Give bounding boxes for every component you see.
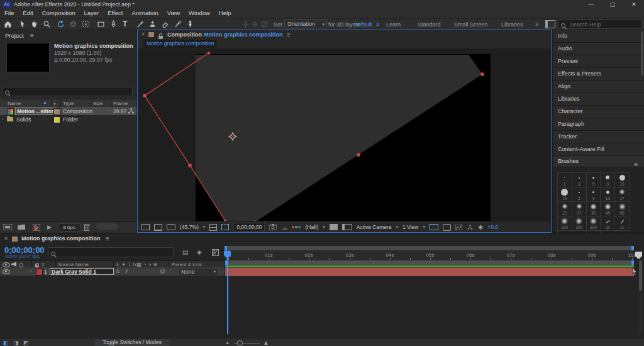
title-action-safe-icon[interactable] <box>430 224 438 230</box>
layer-row[interactable]: › 1 ♙ ∕ @ None ▾ <box>0 267 225 276</box>
interpret-footage-icon[interactable] <box>3 224 12 230</box>
toggle-switches-modes-button[interactable]: Toggle Switches / Modes <box>94 339 170 346</box>
column-size[interactable]: Size <box>93 101 103 106</box>
brush-tool-icon[interactable] <box>136 20 144 28</box>
layer-expander-icon[interactable]: › <box>30 268 32 274</box>
label-color-chip[interactable] <box>53 116 60 123</box>
column-label-icon[interactable]: ⬧ <box>53 101 56 107</box>
panel-close-icon[interactable]: × <box>142 31 145 37</box>
panel-tab-audio[interactable]: Audio <box>553 43 644 55</box>
brush-item[interactable]: 300 <box>587 216 601 231</box>
mask-vertex[interactable] <box>481 73 484 76</box>
rotation-tool-icon[interactable] <box>57 20 65 28</box>
orientation-dropdown[interactable]: Orientation ▾ <box>284 20 327 28</box>
layer-name-input[interactable] <box>50 268 114 275</box>
close-button[interactable]: ✕ <box>626 0 641 9</box>
eraser-tool-icon[interactable] <box>161 20 169 28</box>
mirror-viewer-icon[interactable] <box>167 224 175 230</box>
workspace-learn[interactable]: Learn <box>386 21 401 28</box>
camera-view-value[interactable]: Active Camera <box>357 224 392 230</box>
region-of-interest-icon[interactable] <box>221 224 229 230</box>
timeline-search-input[interactable] <box>60 248 170 257</box>
trash-icon[interactable] <box>84 223 90 231</box>
search-help-input[interactable] <box>569 21 640 28</box>
clone-stamp-tool-icon[interactable] <box>148 20 157 28</box>
menu-effect[interactable]: Effect <box>108 9 123 18</box>
exposure-value[interactable]: +0.0 <box>487 224 498 230</box>
expand-in-out-icon[interactable]: ◩ <box>23 340 29 346</box>
camera-chevron-icon[interactable]: ▾ <box>396 225 399 230</box>
hand-tool-icon[interactable] <box>30 20 38 28</box>
lock-icon[interactable] <box>158 36 163 39</box>
rectangle-tool-icon[interactable] <box>97 20 105 28</box>
brush-item[interactable]: 21 <box>558 202 572 216</box>
viewer-tab[interactable]: Motion graphics composition <box>143 40 216 48</box>
project-row-composition[interactable]: Motion ...sition Composition 29.97 <box>0 107 136 115</box>
playhead-line[interactable] <box>227 251 228 334</box>
time-navigator[interactable] <box>225 246 634 250</box>
resolution-value[interactable]: (Half) <box>305 224 318 230</box>
menu-animation[interactable]: Animation <box>131 9 158 18</box>
flowchart-icon[interactable] <box>467 225 474 230</box>
layer-parent-dropdown[interactable]: None ▾ <box>178 268 218 276</box>
brush-item[interactable]: 5 <box>572 187 587 202</box>
pickwhip-icon[interactable]: @ <box>160 268 165 274</box>
comp-marker-bin-icon[interactable] <box>635 252 642 259</box>
draft-3d-icon[interactable]: ◈ <box>197 248 202 255</box>
brush-item[interactable]: 3 <box>572 173 587 187</box>
new-composition-icon[interactable] <box>33 224 40 231</box>
brush-item[interactable]: 9 <box>587 187 601 202</box>
menu-composition[interactable]: Composition <box>42 9 75 18</box>
resolution-chevron-icon[interactable]: ▾ <box>323 225 325 230</box>
panel-tab-align[interactable]: Align <box>553 81 644 93</box>
panel-tab-tracker[interactable]: Tracker <box>553 131 644 143</box>
project-item-name[interactable]: Motion ...sition <box>15 108 57 115</box>
workspace-default[interactable]: Default <box>354 21 372 28</box>
panel-tab-info[interactable]: Info <box>553 30 644 43</box>
panel-tab-preview[interactable]: Preview <box>553 55 644 68</box>
layer-label-chip[interactable] <box>36 269 43 276</box>
expand-transfer-controls-icon[interactable]: ◨ <box>13 340 19 346</box>
project-row-solids[interactable]: › Solids Folder <box>0 115 136 123</box>
brush-item[interactable]: 13 <box>601 187 615 202</box>
timeline-close-icon[interactable]: × <box>4 235 8 242</box>
viewer-timecode[interactable]: 0;00;00;00 <box>233 223 265 232</box>
timeline-scrollbar[interactable] <box>639 260 642 334</box>
brush-item[interactable]: 11 <box>615 216 630 231</box>
workspace-libraries[interactable]: Libraries <box>501 21 523 28</box>
exposure-histogram-icon[interactable] <box>455 225 462 230</box>
mask-vertex[interactable] <box>224 220 226 221</box>
label-color-chip[interactable] <box>53 108 60 115</box>
mask-vertex[interactable] <box>143 94 147 98</box>
timeline-panel-menu-icon[interactable]: ≡ <box>106 235 109 242</box>
home-icon[interactable] <box>4 20 12 28</box>
graph-editor-icon[interactable] <box>212 249 219 256</box>
workspace-small-screen[interactable]: Small Screen <box>454 21 488 28</box>
brushes-panel-menu-icon[interactable]: ≡ <box>634 159 638 170</box>
brush-item[interactable]: 13 <box>615 173 630 187</box>
brush-item[interactable]: 65 <box>615 202 630 216</box>
brush-item[interactable]: 19 <box>558 187 572 202</box>
expander-icon[interactable]: › <box>2 116 4 122</box>
panel-tab-brushes[interactable]: Brushes ≡ <box>553 156 644 167</box>
mask-vertex[interactable] <box>357 153 360 157</box>
workspace-menu-icon[interactable]: ≡ <box>376 21 379 28</box>
brush-item[interactable]: 17 <box>615 187 630 202</box>
project-panel-menu-icon[interactable]: ≡ <box>30 32 34 39</box>
panel-tab-character[interactable]: Character <box>553 106 644 118</box>
panel-tab-paragraph[interactable]: Paragraph <box>553 118 644 131</box>
brush-item[interactable]: 200 <box>572 216 587 231</box>
transparency-grid-icon[interactable] <box>342 224 352 230</box>
workspace-overflow-icon[interactable]: » <box>535 21 539 28</box>
brush-item[interactable]: 5 <box>587 173 601 187</box>
composition-panel-menu-icon[interactable]: ≡ <box>287 31 291 38</box>
layer-duration-bar[interactable] <box>225 267 634 276</box>
parent-link-column-label[interactable]: Parent & Link <box>172 262 202 267</box>
expand-layer-switches-icon[interactable]: ◧ <box>3 340 9 346</box>
project-search-input[interactable] <box>14 88 130 96</box>
zoom-tool-icon[interactable] <box>43 20 51 28</box>
menu-file[interactable]: File <box>4 9 14 18</box>
view-layout-value[interactable]: 1 View <box>402 224 418 230</box>
camera-tool-icon[interactable] <box>69 20 77 28</box>
brush-item[interactable]: 45 <box>601 202 615 216</box>
